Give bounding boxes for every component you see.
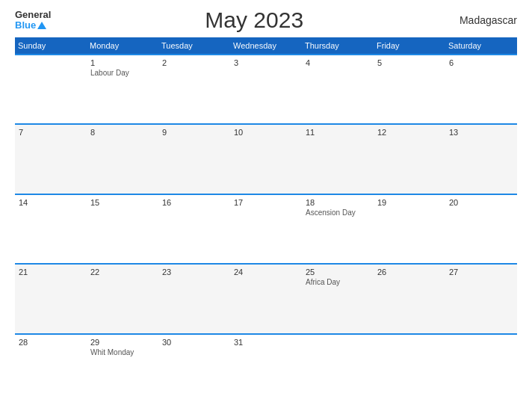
logo-blue-container: Blue (15, 20, 51, 31)
calendar-cell: 21 (15, 264, 87, 333)
calendar-cell: 8 (87, 124, 158, 194)
calendar-cell: 15 (87, 194, 158, 264)
calendar-cell: 27 (445, 264, 517, 333)
calendar-cell: 5 (374, 55, 445, 124)
day-number: 16 (162, 198, 226, 207)
day-number: 14 (19, 198, 83, 207)
calendar-cell: 29Whit Monday (87, 334, 158, 404)
holiday-name: Africa Day (306, 278, 370, 286)
day-number: 7 (19, 128, 83, 137)
calendar-cell: 4 (302, 55, 374, 124)
day-number: 25 (306, 268, 370, 276)
day-number: 20 (449, 198, 513, 207)
day-number: 1 (90, 58, 155, 67)
calendar-table: SundayMondayTuesdayWednesdayThursdayFrid… (15, 37, 517, 404)
calendar-cell (15, 55, 87, 124)
calendar-cell: 11 (302, 124, 374, 194)
day-number: 28 (19, 338, 83, 347)
col-header-monday: Monday (87, 37, 158, 55)
calendar-cell: 28 (15, 334, 87, 404)
day-number: 23 (162, 268, 226, 276)
day-number: 4 (306, 58, 370, 67)
calendar-cell: 16 (158, 194, 230, 264)
calendar-cell: 23 (158, 264, 230, 333)
calendar-week-4: 2122232425Africa Day2627 (15, 264, 517, 333)
calendar-cell: 30 (158, 334, 230, 404)
day-number: 3 (234, 58, 298, 67)
day-number: 18 (306, 198, 370, 207)
holiday-name: Labour Day (90, 69, 155, 77)
calendar-cell: 20 (445, 194, 517, 264)
day-number: 19 (377, 198, 442, 207)
calendar-cell: 1Labour Day (87, 55, 158, 124)
calendar-cell (374, 334, 445, 404)
calendar-cell: 17 (230, 194, 302, 264)
col-header-thursday: Thursday (302, 37, 374, 55)
day-number: 22 (90, 268, 155, 276)
holiday-name: Ascension Day (306, 208, 370, 217)
day-number: 13 (449, 128, 513, 137)
day-number: 21 (19, 268, 83, 276)
calendar-header: General Blue May 2023 Madagascar (15, 7, 517, 33)
day-number: 8 (90, 128, 155, 137)
calendar-cell: 22 (87, 264, 158, 333)
day-number: 10 (234, 128, 298, 137)
calendar-cell: 12 (374, 124, 445, 194)
calendar-cell: 18Ascension Day (302, 194, 374, 264)
calendar-cell (445, 334, 517, 404)
logo-general-text: General (15, 10, 51, 20)
logo-blue-text: Blue (15, 20, 36, 31)
day-number: 24 (234, 268, 298, 276)
col-header-wednesday: Wednesday (230, 37, 302, 55)
logo-triangle-icon (37, 22, 46, 29)
calendar-cell: 26 (374, 264, 445, 333)
country-name: Madagascar (457, 14, 517, 26)
day-number: 6 (449, 58, 513, 67)
day-number: 27 (449, 268, 513, 276)
day-number: 26 (377, 268, 442, 276)
calendar-cell: 31 (230, 334, 302, 404)
day-number: 12 (377, 128, 442, 137)
day-number: 5 (377, 58, 442, 67)
calendar-week-5: 2829Whit Monday3031 (15, 334, 517, 404)
day-number: 11 (306, 128, 370, 137)
day-number: 2 (162, 58, 226, 67)
calendar-week-3: 1415161718Ascension Day1920 (15, 194, 517, 264)
calendar-cell: 14 (15, 194, 87, 264)
day-number: 9 (162, 128, 226, 137)
calendar-cell: 3 (230, 55, 302, 124)
holiday-name: Whit Monday (90, 348, 155, 356)
calendar-cell: 19 (374, 194, 445, 264)
day-number: 15 (90, 198, 155, 207)
col-header-sunday: Sunday (15, 37, 87, 55)
calendar-cell: 10 (230, 124, 302, 194)
calendar-cell: 9 (158, 124, 230, 194)
calendar-cell: 13 (445, 124, 517, 194)
calendar-week-1: 1Labour Day23456 (15, 55, 517, 124)
day-number: 17 (234, 198, 298, 207)
calendar-title: May 2023 (51, 7, 457, 33)
calendar-cell: 24 (230, 264, 302, 333)
day-number: 29 (90, 338, 155, 347)
calendar-header-row: SundayMondayTuesdayWednesdayThursdayFrid… (15, 37, 517, 55)
day-number: 31 (234, 338, 298, 347)
calendar-week-2: 78910111213 (15, 124, 517, 194)
calendar-cell (302, 334, 374, 404)
logo: General Blue (15, 10, 51, 31)
calendar-cell: 7 (15, 124, 87, 194)
calendar-cell: 25Africa Day (302, 264, 374, 333)
day-number: 30 (162, 338, 226, 347)
calendar-cell: 2 (158, 55, 230, 124)
col-header-tuesday: Tuesday (158, 37, 230, 55)
col-header-friday: Friday (374, 37, 445, 55)
calendar-cell: 6 (445, 55, 517, 124)
col-header-saturday: Saturday (445, 37, 517, 55)
